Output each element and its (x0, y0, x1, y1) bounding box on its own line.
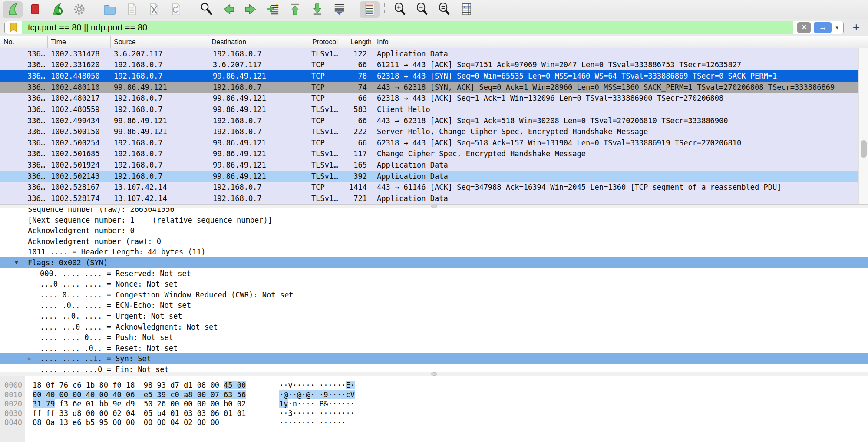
capture-options-button[interactable] (69, 1, 89, 18)
go-to-packet-button[interactable] (263, 1, 283, 18)
column-header-source[interactable]: Source (111, 36, 208, 48)
detail-line[interactable]: .... .... ...0 = Fin: Not set (0, 364, 868, 372)
close-file-button[interactable] (144, 1, 164, 18)
hex-bytes[interactable]: 18 0f 76 c6 1b 80 f0 18 98 93 d7 d1 08 0… (33, 381, 224, 389)
column-header-info[interactable]: Info (371, 36, 868, 48)
display-filter-field[interactable]: tcp.port == 80 || udp.port == 80 ✕ → ▾ (4, 21, 844, 34)
ascii-text[interactable]: ··3····· ········ (279, 409, 355, 418)
cell-source: 192.168.0.7 (111, 161, 208, 169)
zoom-in-button[interactable] (390, 1, 410, 18)
packet-row[interactable]: 336…1002.52817413.107.42.14192.168.0.7TL… (0, 193, 858, 204)
hex-row[interactable]: 002031 79 f3 6e 01 bb 9e d9 50 26 00 00 … (0, 399, 868, 409)
detail-line[interactable]: Sequence number (raw): 2663041556 (0, 208, 868, 215)
reload-file-button[interactable] (166, 1, 186, 18)
go-last-button[interactable] (307, 1, 327, 18)
ascii-text-highlight[interactable]: E· (346, 381, 355, 389)
colorize-button[interactable] (360, 1, 380, 18)
detail-line[interactable]: .... .... 0... = Push: Not set (0, 332, 868, 343)
cell-info: 62318 → 443 [ACK] Seq=1 Ack=1 Win=132096… (371, 94, 858, 102)
cell-destination: 99.86.49.121 (208, 105, 309, 114)
detail-line-syn-selected[interactable]: ▶.... .... ..1. = Syn: Set (0, 353, 868, 364)
ascii-text[interactable]: ········ ······ (279, 418, 346, 427)
packet-row[interactable]: 336…1002.501685192.168.0.799.86.49.121TL… (0, 148, 858, 160)
hex-row[interactable]: 0030ff ff 33 d8 00 00 02 04 05 b4 01 03 … (0, 409, 868, 419)
filter-dropdown-caret[interactable]: ▾ (835, 24, 839, 31)
packet-row[interactable]: 336…1002.49943499.86.49.121192.168.0.7TC… (0, 115, 858, 126)
packet-row[interactable]: 336…1002.50015099.86.49.121192.168.0.7TL… (0, 126, 858, 137)
hex-row[interactable]: 001000 40 00 00 40 00 40 06 e5 39 c0 a8 … (0, 390, 868, 400)
pane-splitter-bottom[interactable] (0, 372, 868, 376)
filter-bookmark-button[interactable] (5, 21, 22, 34)
column-header-no[interactable]: No. (0, 36, 48, 48)
go-first-button[interactable] (285, 1, 305, 18)
packet-row[interactable]: 336…1002.480217192.168.0.799.86.49.121TC… (0, 93, 858, 104)
start-capture-button[interactable] (3, 1, 23, 18)
detail-line[interactable]: Acknowledgment number: 0 (0, 225, 868, 236)
filter-clear-button[interactable]: ✕ (797, 22, 811, 33)
expander-down-icon[interactable]: ▼ (15, 257, 18, 268)
detail-line[interactable]: .... ...0 .... = Acknowledgment: Not set (0, 322, 868, 333)
column-header-destination[interactable]: Destination (208, 36, 309, 48)
cell-time: 1002.331620 (48, 60, 111, 69)
hex-bytes-highlight[interactable]: 45 00 (224, 381, 246, 389)
detail-line[interactable]: 000. .... .... = Reserved: Not set (0, 268, 868, 279)
hex-bytes-highlight[interactable]: 00 40 00 00 40 00 40 06 e5 39 c0 a8 00 0… (33, 390, 246, 399)
open-file-button[interactable] (99, 1, 119, 18)
detail-line[interactable]: .... 0... .... = Congestion Window Reduc… (0, 290, 868, 300)
auto-scroll-button[interactable] (329, 1, 349, 18)
ascii-text[interactable]: ·n···· P&······ (288, 399, 355, 408)
splitter-handle-icon (431, 372, 437, 376)
hex-bytes[interactable]: ff ff 33 d8 00 00 02 04 05 b4 01 03 03 0… (33, 409, 246, 418)
cell-source: 99.86.49.121 (111, 127, 208, 136)
column-header-length[interactable]: Length (347, 36, 371, 48)
expander-right-icon[interactable]: ▶ (28, 353, 31, 364)
column-header-protocol[interactable]: Protocol (309, 36, 347, 48)
pane-splitter-top[interactable] (0, 204, 868, 208)
scrollbar-thumb[interactable] (861, 140, 867, 158)
packet-row-selected[interactable]: 336…1002.448050192.168.0.799.86.49.121TC… (0, 70, 858, 82)
close-document-icon (146, 2, 162, 17)
packet-row-related[interactable]: 336…1002.48011099.86.49.121192.168.0.7TC… (0, 82, 858, 93)
go-next-button[interactable] (241, 1, 261, 18)
cell-time: 1002.501685 (48, 149, 111, 158)
hex-bytes[interactable]: f3 6e 01 bb 9e d9 50 26 00 00 00 00 b0 0… (55, 399, 246, 408)
detail-line[interactable]: .... ..0. .... = Urgent: Not set (0, 311, 868, 322)
hex-row[interactable]: 004008 0a 13 e6 b5 95 00 00 00 00 04 02 … (0, 418, 868, 428)
packet-row[interactable]: 336…1002.3314783.6.207.117192.168.0.7TLS… (0, 48, 858, 59)
go-previous-button[interactable] (218, 1, 238, 18)
packet-row[interactable]: 336…1002.501924192.168.0.799.86.49.121TL… (0, 159, 858, 171)
zoom-normal-button[interactable] (434, 1, 454, 18)
detail-line[interactable]: 1011 .... = Header Length: 44 bytes (11) (0, 247, 868, 257)
filter-add-button[interactable]: + (849, 21, 864, 34)
column-header-time[interactable]: Time (48, 36, 111, 48)
detail-line[interactable]: [Next sequence number: 1 (relative seque… (0, 215, 868, 226)
ascii-text-highlight[interactable]: ·@··@·@· ·9····cV (279, 390, 355, 399)
resize-columns-button[interactable] (456, 1, 476, 18)
detail-line[interactable]: .... .0.. .... = ECN-Echo: Not set (0, 300, 868, 311)
detail-line[interactable]: .... .... .0.. = Reset: Not set (0, 343, 868, 354)
packet-row[interactable]: 336…1002.331620192.168.0.73.6.207.117TCP… (0, 59, 858, 71)
save-file-button[interactable] (122, 1, 142, 18)
cell-length: 1414 (347, 183, 371, 191)
detail-line-flags-selected[interactable]: ▼Flags: 0x002 (SYN) (0, 257, 868, 268)
hex-bytes[interactable]: 08 0a 13 e6 b5 95 00 00 00 00 04 02 00 0… (33, 418, 219, 427)
zoom-out-button[interactable] (412, 1, 432, 18)
ascii-text[interactable]: ··v····· ······ (279, 381, 346, 389)
packet-row-highlighted[interactable]: 336…1002.502143192.168.0.799.86.49.121TL… (0, 171, 858, 182)
detail-line[interactable]: Acknowledgment number (raw): 0 (0, 236, 868, 247)
restart-capture-button[interactable] (47, 1, 67, 18)
hex-bytes-highlight[interactable]: 31 79 (33, 399, 55, 408)
packet-row[interactable]: 336…1002.480559192.168.0.799.86.49.121TL… (0, 104, 858, 115)
ascii-text-highlight[interactable]: 1y (279, 399, 288, 408)
stop-capture-button[interactable] (25, 1, 45, 18)
filter-input[interactable]: tcp.port == 80 || udp.port == 80 (22, 21, 793, 34)
cell-no: 336… (0, 49, 48, 58)
detail-line[interactable]: ...0 .... .... = Nonce: Not set (0, 279, 868, 290)
filter-apply-button[interactable]: → (814, 22, 832, 33)
find-packet-button[interactable] (196, 1, 216, 18)
packet-list-scrollbar[interactable] (858, 48, 868, 204)
packet-row[interactable]: 336…1002.500254192.168.0.799.86.49.121TC… (0, 137, 858, 148)
hex-row[interactable]: 000018 0f 76 c6 1b 80 f0 18 98 93 d7 d1 … (0, 381, 868, 390)
cell-source: 3.6.207.117 (111, 49, 208, 58)
packet-row[interactable]: 336…1002.52816713.107.42.14192.168.0.7TC… (0, 182, 858, 193)
